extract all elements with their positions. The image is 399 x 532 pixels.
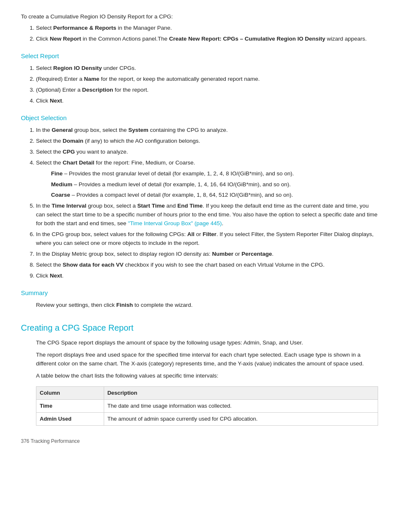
- select-report-heading: Select Report: [21, 51, 378, 61]
- list-item: In the Time Interval group box, select a…: [36, 202, 378, 228]
- list-item: Click Next.: [36, 272, 378, 280]
- list-item: Select the Chart Detail for the report: …: [36, 159, 378, 200]
- table-cell-time-desc: The date and time usage information was …: [104, 399, 378, 412]
- table-row: Time The date and time usage information…: [36, 399, 378, 412]
- intro-line1: To create a Cumulative Region IO Density…: [21, 13, 378, 21]
- cpg-para2: The report displays free and used space …: [36, 351, 378, 368]
- select-report-list: Select Region IO Density under CPGs. (Re…: [21, 64, 378, 105]
- table-cell-admin: Admin Used: [36, 412, 104, 425]
- cpg-para1: The CPG Space report displays the amount…: [36, 339, 378, 347]
- list-item: In the CPG group box, select values for …: [36, 230, 378, 248]
- list-item: Select Region IO Density under CPGs.: [36, 64, 378, 73]
- list-item: Select the CPG you want to analyze.: [36, 148, 378, 157]
- list-item: (Required) Enter a Name for the report, …: [36, 75, 378, 84]
- list-item: Click Next.: [36, 97, 378, 105]
- cpg-space-body: The CPG Space report displays the amount…: [21, 339, 378, 426]
- summary-text: Review your settings, then click Finish …: [21, 301, 378, 310]
- list-item: In the Display Metric group box, select …: [36, 250, 378, 259]
- list-item: In the General group box, select the Sys…: [36, 126, 378, 135]
- intro-step2: Click New Report in the Common Actions p…: [36, 35, 378, 44]
- chart-detail-coarse: Coarse – Provides a compact level of det…: [36, 191, 378, 200]
- page-footer: 376 Tracking Performance: [21, 437, 378, 445]
- list-item: Select the Show data for each VV checkbo…: [36, 261, 378, 270]
- cpg-space-heading: Creating a CPG Space Report: [21, 321, 378, 334]
- table-cell-time: Time: [36, 399, 104, 412]
- table-row: Admin Used The amount of admin space cur…: [36, 412, 378, 425]
- table-cell-admin-desc: The amount of admin space currently used…: [104, 412, 378, 425]
- object-selection-heading: Object Selection: [21, 113, 378, 123]
- col-header-description: Description: [104, 386, 378, 399]
- intro-step1: Select Performance & Reports in the Mana…: [36, 24, 378, 33]
- cpg-space-table: Column Description Time The date and tim…: [36, 386, 378, 426]
- object-selection-list: In the General group box, select the Sys…: [21, 126, 378, 280]
- chart-detail-fine: Fine – Provides the most granular level …: [36, 170, 378, 178]
- list-item: (Optional) Enter a Description for the r…: [36, 86, 378, 95]
- summary-heading: Summary: [21, 288, 378, 298]
- col-header-column: Column: [36, 386, 104, 399]
- list-item: Select the Domain (if any) to which the …: [36, 137, 378, 146]
- cpg-para3: A table below the chart lists the follow…: [36, 372, 378, 380]
- chart-detail-medium: Medium – Provides a medium level of deta…: [36, 180, 378, 189]
- intro-block: To create a Cumulative Region IO Density…: [21, 13, 378, 44]
- time-interval-link[interactable]: "Time Interval Group Box" (page 445): [128, 220, 222, 226]
